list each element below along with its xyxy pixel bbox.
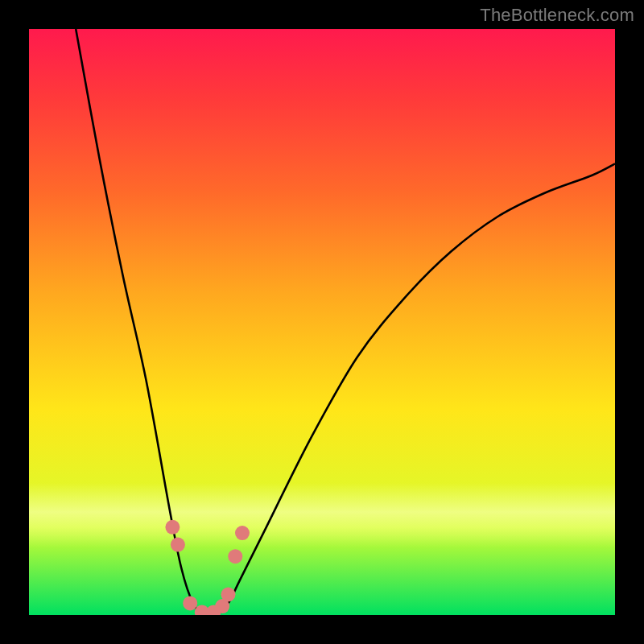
- trough-marker: [183, 596, 197, 610]
- trough-marker: [171, 538, 185, 552]
- bottleneck-curve: [29, 29, 615, 615]
- trough-markers: [165, 520, 250, 615]
- watermark-text: TheBottleneck.com: [480, 5, 634, 26]
- plot-area: [29, 29, 615, 615]
- trough-marker: [235, 526, 250, 540]
- trough-marker: [228, 549, 242, 564]
- chart-frame: TheBottleneck.com: [0, 0, 644, 644]
- trough-marker: [221, 588, 236, 602]
- trough-marker: [165, 520, 180, 535]
- curve-path: [76, 29, 615, 615]
